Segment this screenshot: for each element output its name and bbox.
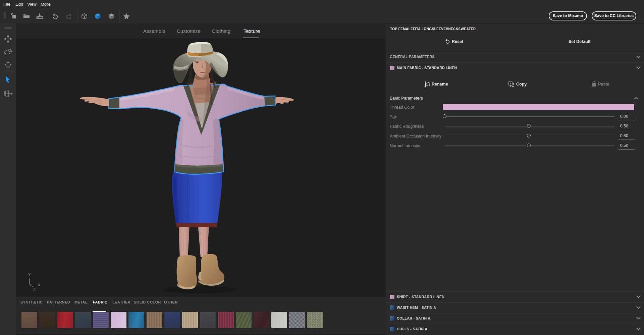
- svg-text:Y: Y: [28, 272, 31, 276]
- svg-text:X: X: [38, 283, 41, 287]
- svg-text:Z: Z: [33, 287, 36, 291]
